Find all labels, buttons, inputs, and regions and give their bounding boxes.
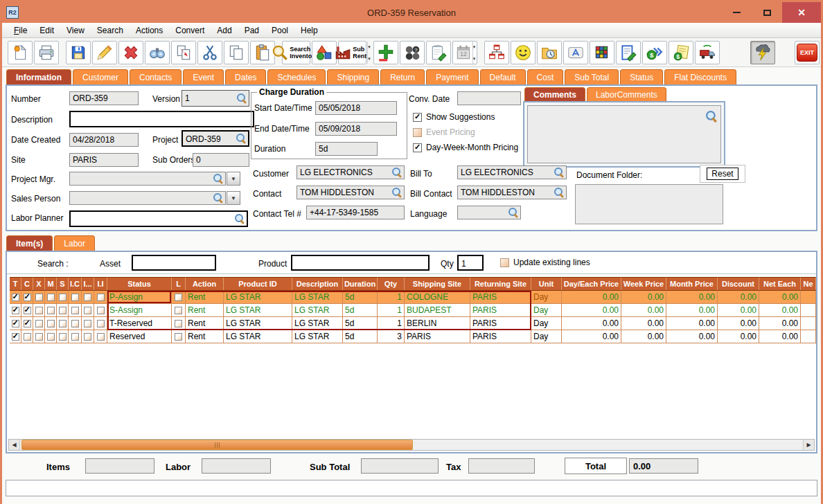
checkbox-icon[interactable] — [71, 333, 79, 341]
column-header-duration[interactable]: Duration — [343, 278, 378, 290]
cell-shipping-site[interactable]: BUDAPEST — [405, 304, 470, 317]
labor-check-cell[interactable] — [172, 291, 186, 304]
checkbox-icon[interactable] — [84, 307, 91, 314]
reset-button[interactable]: Reset — [707, 168, 738, 180]
start-date-field[interactable]: 05/05/2018 — [315, 101, 397, 115]
column-header-ne[interactable]: Ne — [801, 278, 816, 290]
checkbox-icon[interactable] — [71, 307, 79, 314]
cell-overflow[interactable] — [801, 317, 816, 330]
cell-day-each-price[interactable]: 0.00 — [562, 317, 621, 330]
scroll-thumb[interactable] — [21, 440, 413, 450]
tab-cost[interactable]: Cost — [527, 69, 564, 84]
checkbox-icon[interactable] — [175, 294, 182, 301]
column-header-i-i[interactable]: I.I — [94, 278, 107, 290]
menu-item-pool[interactable]: Pool — [265, 26, 294, 35]
truck-button[interactable] — [695, 41, 720, 64]
cell-discount[interactable]: 0.00 — [718, 330, 759, 343]
column-header-discount[interactable]: Discount — [718, 278, 759, 290]
copy-button[interactable] — [224, 41, 249, 64]
show-suggestions-checkbox[interactable]: Show Suggestions — [413, 112, 495, 122]
cell-unit[interactable]: Day — [531, 291, 562, 304]
tab-shipping[interactable]: Shipping — [327, 69, 379, 84]
checkbox-icon[interactable] — [97, 333, 105, 341]
checkbox-icon[interactable] — [59, 307, 67, 314]
labor-check-cell[interactable] — [172, 304, 186, 317]
row-check-cell[interactable] — [33, 317, 45, 330]
checkbox-icon[interactable] — [12, 320, 19, 327]
column-header-i-c[interactable]: I.C — [69, 278, 82, 290]
cell-net-each[interactable]: 0.00 — [759, 330, 801, 343]
cell-overflow[interactable] — [801, 291, 816, 304]
day-week-month-pricing-checkbox[interactable]: Day-Week-Month Pricing — [413, 143, 518, 152]
tab-payment[interactable]: Payment — [426, 69, 478, 84]
tab-flat-discounts[interactable]: Flat Discounts — [664, 69, 736, 84]
row-check-cell[interactable] — [21, 291, 33, 304]
cell-overflow[interactable] — [801, 304, 816, 317]
cell-week-price[interactable]: 0.00 — [621, 330, 666, 343]
cell-day-each-price[interactable]: 0.00 — [562, 291, 621, 304]
project-mgr-dropdown-button[interactable]: ▼ — [227, 172, 240, 186]
checkbox-icon[interactable] — [84, 333, 91, 341]
notepad-edit-button[interactable] — [426, 41, 451, 64]
color-cube-button[interactable] — [590, 41, 614, 64]
row-check-cell[interactable] — [10, 330, 21, 343]
description-field[interactable] — [69, 111, 254, 127]
checkbox-icon[interactable] — [12, 294, 19, 301]
cell-net-each[interactable]: 0.00 — [759, 304, 801, 317]
end-date-field[interactable]: 05/09/2018 — [315, 122, 397, 136]
cell-month-price[interactable]: 0.00 — [666, 317, 718, 330]
cell-description[interactable]: LG STAR — [292, 317, 343, 330]
cell-qty[interactable]: 1 — [378, 291, 405, 304]
tab-labor[interactable]: Labor — [54, 235, 95, 251]
add-line-button[interactable] — [373, 41, 398, 64]
labor-check-cell[interactable] — [172, 330, 186, 343]
tab-customer[interactable]: Customer — [73, 69, 128, 84]
table-row[interactable]: P-AssignRentLG STARLG STAR5d1COLOGNEPARI… — [10, 291, 816, 304]
search-inventory-button[interactable]: Search Inventory▾▾ — [282, 41, 310, 64]
cell-discount[interactable]: 0.00 — [718, 304, 759, 317]
tab-status[interactable]: Status — [620, 69, 663, 84]
sub-orders-field[interactable]: 0 — [193, 153, 249, 167]
cell-action[interactable]: Rent — [186, 291, 224, 304]
column-header-action[interactable]: Action — [186, 278, 224, 290]
row-check-cell[interactable] — [45, 291, 57, 304]
date-created-field[interactable]: 04/28/2018 — [69, 133, 139, 147]
checkbox-icon[interactable] — [175, 307, 182, 314]
cell-week-price[interactable]: 0.00 — [621, 304, 666, 317]
cell-qty[interactable]: 3 — [378, 330, 405, 343]
tab-default[interactable]: Default — [480, 69, 526, 84]
product-input[interactable] — [291, 255, 430, 271]
tab-items[interactable]: Item(s) — [6, 235, 53, 251]
row-check-cell[interactable] — [57, 291, 69, 304]
maximize-button[interactable] — [752, 2, 782, 23]
menu-item-add[interactable]: Add — [211, 26, 238, 35]
cell-description[interactable]: LG STAR — [292, 291, 343, 304]
checkbox-icon[interactable] — [24, 333, 31, 341]
cell-month-price[interactable]: 0.00 — [666, 330, 718, 343]
calendar-button[interactable]: 12▾▾ — [452, 41, 477, 64]
cell-duration[interactable]: 5d — [343, 330, 378, 343]
cut-button[interactable] — [197, 41, 222, 64]
cell-net-each[interactable]: 0.00 — [759, 291, 801, 304]
checkbox-icon[interactable] — [47, 333, 55, 341]
document-folder-box[interactable] — [575, 184, 723, 224]
magnifier-icon[interactable] — [237, 93, 247, 103]
cell-overflow[interactable] — [801, 330, 816, 343]
row-check-cell[interactable] — [10, 317, 21, 330]
delete-button[interactable] — [118, 41, 143, 64]
checkbox-icon[interactable] — [97, 307, 105, 314]
cell-net-each[interactable]: 0.00 — [759, 317, 801, 330]
checkbox-icon[interactable] — [24, 307, 31, 314]
query-balls-button[interactable]: ? — [400, 41, 425, 64]
checkbox-icon[interactable] — [24, 320, 31, 327]
new-document-button[interactable] — [8, 41, 33, 64]
row-check-cell[interactable] — [57, 317, 69, 330]
magnifier-icon[interactable] — [392, 188, 402, 197]
project-field[interactable]: ORD-359 — [182, 130, 249, 147]
project-mgr-field[interactable] — [69, 172, 226, 186]
menu-item-pad[interactable]: Pad — [238, 26, 265, 35]
3d-shapes-button[interactable] — [312, 41, 337, 64]
checkbox-icon[interactable] — [71, 294, 79, 301]
exit-button[interactable]: EXIT — [795, 41, 820, 64]
column-header-unit[interactable]: Unit — [531, 278, 562, 290]
